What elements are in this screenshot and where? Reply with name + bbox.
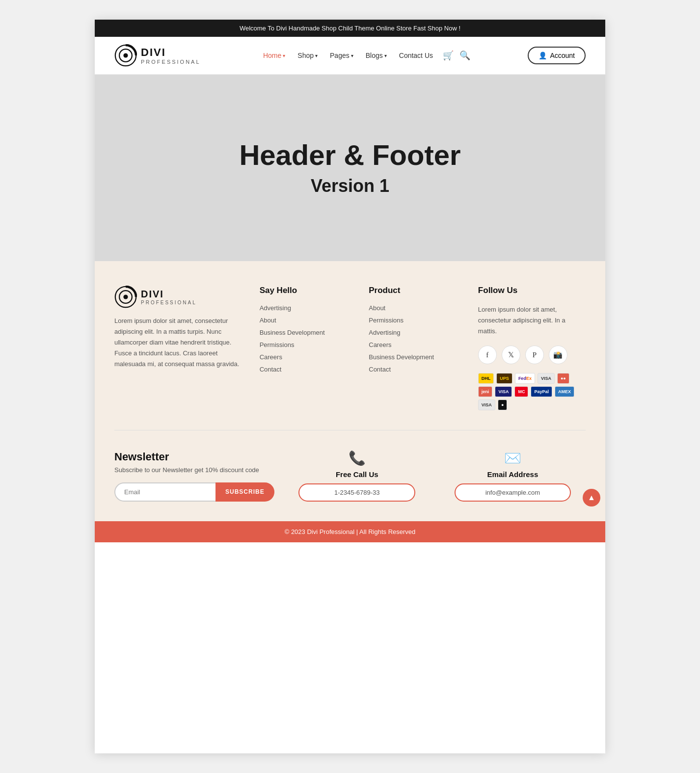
footer-top: DIVI PROFESSIONAL Lorem ipsum dolor sit …: [114, 286, 586, 430]
email-icon: ✉️: [440, 450, 586, 466]
mastercard-icon: MC: [514, 386, 528, 397]
bottom-bar: © 2023 Divi Professional | All Rights Re…: [95, 521, 605, 542]
svg-point-2: [123, 53, 128, 57]
footer: DIVI PROFESSIONAL Lorem ipsum dolor sit …: [95, 261, 605, 521]
payment-badge-1: ●●: [557, 373, 569, 384]
facebook-icon[interactable]: f: [478, 346, 497, 364]
phone-icon: 📞: [284, 450, 430, 466]
footer-link-contact-2[interactable]: Contact: [369, 366, 458, 373]
payment-icons: DHL UPS FedEx VISA ●● jeni VISA MC PayPa…: [478, 373, 586, 410]
newsletter-section: Newsletter Subscribe to our Newsletter g…: [114, 451, 274, 502]
newsletter-subtitle: Subscribe to our Newsletter get 10% disc…: [114, 466, 274, 474]
cart-icon[interactable]: 🛒: [443, 50, 454, 61]
header: DIVI PROFESSIONAL Home ▾ Shop ▾ Pages ▾ …: [95, 37, 605, 75]
footer-follow-col: Follow Us Lorem ipsum dolor sit amet, co…: [478, 286, 586, 410]
nav-pages[interactable]: Pages ▾: [325, 49, 358, 62]
phone-label: Free Call Us: [284, 470, 430, 479]
logo-text: DIVI PROFESSIONAL: [141, 46, 201, 65]
footer-follow-desc: Lorem ipsum dolor sit amet, consectetur …: [478, 304, 586, 337]
svg-point-5: [123, 294, 128, 299]
top-bar-text: Welcome To Divi Handmade Shop Child Them…: [240, 25, 460, 32]
email-label: Email Address: [440, 470, 586, 479]
footer-brand-col: DIVI PROFESSIONAL Lorem ipsum dolor sit …: [114, 286, 240, 410]
footer-link-about-2[interactable]: About: [369, 304, 458, 312]
search-icon[interactable]: 🔍: [459, 50, 470, 61]
account-button[interactable]: 👤 Account: [528, 47, 586, 64]
pinterest-icon[interactable]: P: [525, 346, 544, 364]
footer-link-advertising-2[interactable]: Advertising: [369, 329, 458, 336]
footer-logo-icon: [114, 286, 137, 308]
phone-value-button[interactable]: 1-2345-6789-33: [298, 483, 415, 502]
visa-icon-3: VISA: [478, 400, 495, 410]
footer-link-about-1[interactable]: About: [260, 317, 350, 324]
footer-link-bizdev-2[interactable]: Business Development: [369, 353, 458, 361]
visa-icon-1: VISA: [538, 373, 555, 384]
twitter-icon[interactable]: 𝕏: [502, 346, 520, 364]
footer-product-col: Product About Permissions Advertising Ca…: [369, 286, 458, 410]
footer-link-careers-2[interactable]: Careers: [369, 341, 458, 348]
footer-link-advertising-1[interactable]: Advertising: [260, 304, 350, 312]
footer-link-contact-1[interactable]: Contact: [260, 366, 350, 373]
footer-logo-text: DIVI PROFESSIONAL: [141, 289, 197, 305]
nav-contact[interactable]: Contact Us: [394, 49, 438, 62]
phone-contact: 📞 Free Call Us 1-2345-6789-33: [284, 450, 430, 502]
footer-logo: DIVI PROFESSIONAL: [114, 286, 240, 308]
account-person-icon: 👤: [538, 52, 547, 59]
footer-link-permissions-2[interactable]: Permissions: [369, 317, 458, 324]
newsletter-title: Newsletter: [114, 451, 274, 463]
nav-blogs[interactable]: Blogs ▾: [361, 49, 392, 62]
copyright-text: © 2023 Divi Professional | All Rights Re…: [285, 528, 416, 535]
footer-description: Lorem ipsum dolor sit amet, consectetur …: [114, 316, 240, 370]
hero-section: Header & Footer Version 1: [95, 75, 605, 261]
top-bar: Welcome To Divi Handmade Shop Child Them…: [95, 20, 605, 37]
footer-say-hello-col: Say Hello Advertising About Business Dev…: [260, 286, 350, 410]
amex-icon: AMEX: [555, 386, 574, 397]
email-value-button[interactable]: info@example.com: [455, 483, 571, 502]
logo-icon: [114, 44, 137, 67]
logo: DIVI PROFESSIONAL: [114, 44, 201, 67]
newsletter-form: SUBSCRIBE: [114, 482, 274, 502]
email-contact: ✉️ Email Address info@example.com: [440, 450, 586, 502]
payment-badge-2: jeni: [478, 386, 493, 397]
footer-bottom: Newsletter Subscribe to our Newsletter g…: [114, 430, 586, 521]
instagram-icon[interactable]: 📸: [549, 346, 567, 364]
hero-subtitle: Version 1: [311, 176, 389, 196]
payment-badge-3: ●: [498, 400, 507, 410]
scroll-top-button[interactable]: ▲: [583, 489, 600, 506]
main-nav: Home ▾ Shop ▾ Pages ▾ Blogs ▾ Contact Us…: [258, 49, 470, 62]
dhl-icon: DHL: [478, 373, 494, 384]
nav-home[interactable]: Home ▾: [258, 49, 290, 62]
paypal-icon: PayPal: [531, 386, 552, 397]
footer-link-bizdev-1[interactable]: Business Development: [260, 329, 350, 336]
footer-link-careers-1[interactable]: Careers: [260, 353, 350, 361]
ups-icon: UPS: [496, 373, 512, 384]
social-icons: f 𝕏 P 📸: [478, 346, 586, 364]
nav-icons: 🛒 🔍: [443, 50, 470, 61]
nav-shop[interactable]: Shop ▾: [293, 49, 323, 62]
visa-icon-2: VISA: [495, 386, 512, 397]
fedex-icon: FedEx: [515, 373, 535, 384]
subscribe-button[interactable]: SUBSCRIBE: [215, 482, 274, 502]
email-input[interactable]: [114, 482, 215, 502]
hero-title: Header & Footer: [239, 139, 460, 171]
footer-link-permissions-1[interactable]: Permissions: [260, 341, 350, 348]
